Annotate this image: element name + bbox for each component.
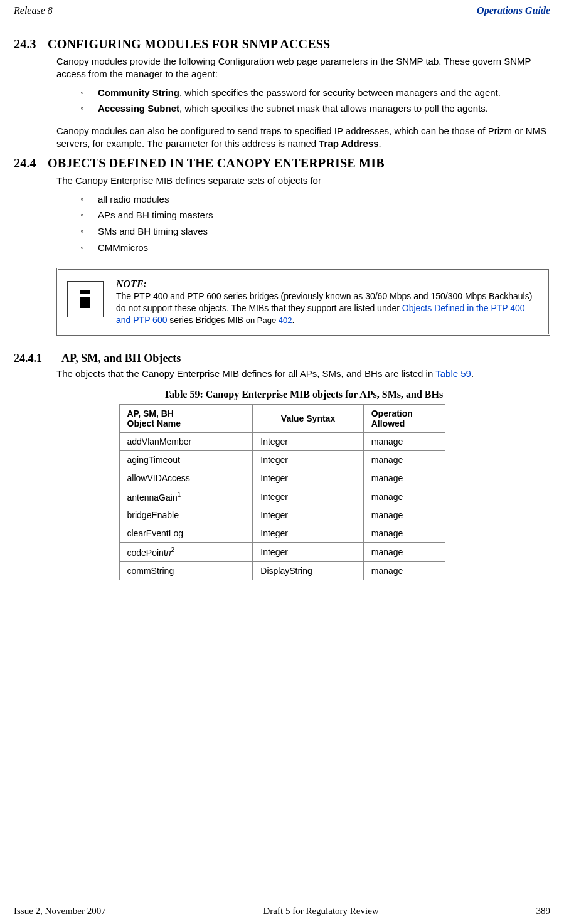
bullet-label: Accessing Subnet [98, 103, 179, 114]
note-t3: on Page [246, 316, 279, 325]
table-row: allowVIDAccessIntegermanage [119, 469, 445, 487]
note-text: NOTE: The PTP 400 and PTP 600 series bri… [116, 277, 538, 326]
s24-4-bullets: all radio modules APs and BH timing mast… [56, 193, 546, 254]
bullet-rest: , which specifies the password for secur… [179, 87, 501, 98]
table-row: bridgeEnableIntegermanage [119, 506, 445, 524]
s24-3-p1: Canopy modules provide the following Con… [56, 55, 546, 80]
cell-syntax: Integer [253, 450, 363, 469]
subsection-24-4-1-body: The objects that the Canopy Enterprise M… [56, 368, 546, 380]
section-24-4-body: The Canopy Enterprise MIB defines separa… [56, 174, 546, 254]
header-guide: Operations Guide [477, 5, 550, 16]
p2-pre: Canopy modules can also be configured to… [56, 125, 546, 149]
table-caption: Table 59: Canopy Enterprise MIB objects … [56, 389, 550, 400]
table-row: commStringDisplayStringmanage [119, 562, 445, 580]
note-title: NOTE: [116, 279, 147, 289]
th-object-name: AP, SM, BH Object Name [119, 404, 253, 432]
section-number: 24.3 [14, 37, 48, 51]
th-line2: Allowed [371, 418, 405, 428]
cell-syntax: Integer [253, 487, 363, 506]
header-rule [14, 19, 550, 19]
bullet-all-radio: all radio modules [80, 193, 546, 206]
bullet-community-string: Community String, which specifies the pa… [80, 87, 546, 99]
footer-left: Issue 2, November 2007 [14, 906, 106, 916]
cell-operation: manage [363, 562, 445, 580]
footer-right: 389 [536, 906, 551, 916]
p1-post: . [471, 368, 474, 379]
th-value-syntax: Value Syntax [253, 404, 363, 432]
bullet-accessing-subnet: Accessing Subnet, which specifies the su… [80, 102, 546, 115]
page: Release 8 Operations Guide 24.3CONFIGURI… [0, 0, 564, 924]
cell-operation: manage [363, 432, 445, 450]
bullet-rest: , which specifies the subnet mask that a… [179, 103, 488, 114]
section-24-4-heading: 24.4OBJECTS DEFINED IN THE CANOPY ENTERP… [14, 156, 550, 171]
cell-object-name: codePointn2 [119, 543, 253, 562]
table-row: agingTimeoutIntegermanage [119, 450, 445, 469]
bullet-cmmmicros: CMMmicros [80, 242, 546, 254]
cell-object-name: bridgeEnable [119, 506, 253, 524]
section-number: 24.4 [14, 156, 48, 171]
subsection-title: AP, SM, and BH Objects [61, 352, 181, 364]
table-header-row: AP, SM, BH Object Name Value Syntax Oper… [119, 404, 445, 432]
cell-operation: manage [363, 524, 445, 543]
page-header: Release 8 Operations Guide [14, 5, 550, 16]
cell-operation: manage [363, 506, 445, 524]
table-row: codePointn2Integermanage [119, 543, 445, 562]
section-title: OBJECTS DEFINED IN THE CANOPY ENTERPRISE… [48, 156, 385, 170]
table-row: addVlanMemberIntegermanage [119, 432, 445, 450]
s24-3-p2: Canopy modules can also be configured to… [56, 125, 546, 150]
svg-rect-1 [80, 297, 90, 308]
footer-center: Draft 5 for Regulatory Review [263, 906, 379, 916]
note-page-link[interactable]: 402 [279, 316, 292, 325]
table-ref-link[interactable]: Table 59 [435, 368, 471, 379]
note-box: NOTE: The PTP 400 and PTP 600 series bri… [56, 268, 550, 336]
p1-pre: The objects that the Canopy Enterprise M… [56, 368, 435, 379]
cell-object-name: agingTimeout [119, 450, 253, 469]
cell-object-name: antennaGain1 [119, 487, 253, 506]
th-line1: Operation [371, 408, 413, 418]
cell-object-name: commString [119, 562, 253, 580]
th-operation: Operation Allowed [363, 404, 445, 432]
cell-operation: manage [363, 450, 445, 469]
s24-3-bullets: Community String, which specifies the pa… [56, 87, 546, 115]
cell-syntax: Integer [253, 432, 363, 450]
mib-table: AP, SM, BH Object Name Value Syntax Oper… [119, 404, 445, 580]
subsection-number: 24.4.1 [14, 352, 61, 365]
table-row: antennaGain1Integermanage [119, 487, 445, 506]
section-title: CONFIGURING MODULES FOR SNMP ACCESS [48, 37, 330, 51]
cell-operation: manage [363, 543, 445, 562]
subsection-24-4-1-heading: 24.4.1AP, SM, and BH Objects [14, 352, 550, 365]
bullet-label: Community String [98, 87, 179, 98]
table-row: clearEventLogIntegermanage [119, 524, 445, 543]
note-t2: series Bridges MIB [167, 315, 245, 325]
p2-bold: Trap Address [319, 138, 378, 149]
th-line2: Object Name [127, 418, 181, 428]
cell-object-name: clearEventLog [119, 524, 253, 543]
section-24-3-body: Canopy modules provide the following Con… [56, 55, 546, 150]
cell-operation: manage [363, 469, 445, 487]
s24-4-1-p1: The objects that the Canopy Enterprise M… [56, 368, 546, 380]
cell-syntax: Integer [253, 524, 363, 543]
cell-object-name: allowVIDAccess [119, 469, 253, 487]
page-footer: Issue 2, November 2007 Draft 5 for Regul… [14, 906, 550, 916]
note-t4: . [292, 315, 295, 325]
cell-syntax: Integer [253, 543, 363, 562]
svg-rect-0 [80, 290, 90, 294]
cell-syntax: Integer [253, 469, 363, 487]
bullet-sms-bh-slaves: SMs and BH timing slaves [80, 225, 546, 238]
header-release: Release 8 [14, 5, 53, 16]
info-icon [67, 281, 104, 317]
cell-syntax: DisplayString [253, 562, 363, 580]
bullet-aps-bh-masters: APs and BH timing masters [80, 209, 546, 221]
th-line1: AP, SM, BH [127, 408, 174, 418]
cell-syntax: Integer [253, 506, 363, 524]
cell-operation: manage [363, 487, 445, 506]
section-24-3-heading: 24.3CONFIGURING MODULES FOR SNMP ACCESS [14, 37, 550, 51]
cell-object-name: addVlanMember [119, 432, 253, 450]
p2-post: . [379, 138, 381, 149]
s24-4-p1: The Canopy Enterprise MIB defines separa… [56, 174, 546, 187]
